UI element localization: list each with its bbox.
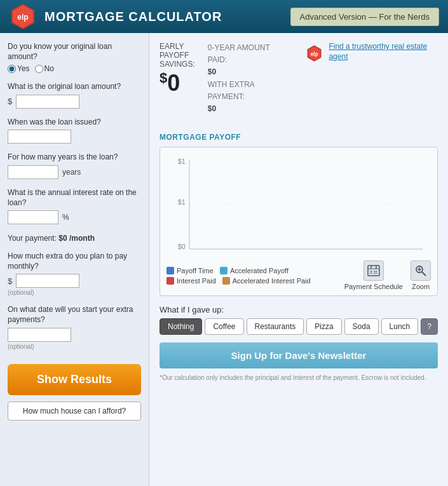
with-extra-row: WITH EXTRA PAYMENT: $0 (208, 79, 286, 116)
extra-payment-date-input[interactable] (8, 328, 71, 342)
q2-prefix: $ (8, 97, 12, 106)
whatif-restaurants-button[interactable]: Restaurants (247, 318, 304, 335)
whatif-label: What if I gave up: (160, 305, 438, 314)
sidebar: Do you know your original loan amount? Y… (0, 33, 149, 486)
whatif-buttons: Nothing Coffee Restaurants Pizza Soda Lu… (160, 318, 438, 335)
q1-label: Do you know your original loan amount? (8, 42, 141, 62)
newsletter-button[interactable]: Sign Up for Dave's Newsletter (160, 342, 438, 368)
savings-value: 0 (167, 70, 180, 96)
svg-text:$1: $1 (178, 158, 186, 165)
q1-radio-group: Yes No (8, 64, 141, 73)
elp-find-section: elp Find a trustworthy real estate agent (305, 42, 438, 64)
payment-schedule-label: Payment Schedule (344, 283, 403, 290)
savings-left: EARLY PAYOFF SAVINGS: $0 (160, 42, 195, 97)
q4-suffix: years (62, 168, 81, 177)
find-agent-link[interactable]: Find a trustworthy real estate agent (329, 42, 438, 62)
q8-group: On what date will you start your extra p… (8, 305, 141, 349)
whatif-help-button[interactable]: ? (421, 318, 438, 335)
interest-rate-input[interactable] (8, 210, 58, 224)
q7-optional: (optional) (8, 289, 141, 296)
afford-button[interactable]: How much house can I afford? (8, 402, 141, 421)
with-extra-value: $0 (208, 104, 216, 113)
payment-schedule-button[interactable]: Payment Schedule (344, 260, 403, 290)
svg-text:elp: elp (17, 13, 28, 22)
with-extra-label: WITH EXTRA PAYMENT: (208, 80, 254, 101)
q7-prefix: $ (8, 276, 12, 286)
savings-section: EARLY PAYOFF SAVINGS: $0 0-YEAR AMOUNT P… (160, 42, 438, 123)
payment-label: Your payment: $0 /month (8, 234, 95, 243)
q1-group: Do you know your original loan amount? Y… (8, 42, 141, 73)
q7-label: How much extra do you plan to pay monthl… (8, 252, 141, 271)
q4-group: For how many years is the loan? years (8, 152, 141, 179)
whatif-soda-button[interactable]: Soda (344, 318, 379, 335)
q1-no-label[interactable]: No (35, 64, 54, 73)
legend-label-accel-int: Accelerated Interest Paid (233, 277, 311, 285)
chart-area: $1 $1 $0 (166, 154, 431, 255)
svg-text:elp: elp (311, 51, 318, 57)
legend-label-accel: Accelerated Payoff (230, 267, 288, 274)
q5-group: What is the annual interest rate on the … (8, 188, 141, 224)
advanced-version-button[interactable]: Advanced Version — For the Nerds (290, 8, 440, 26)
q3-label: When was the loan issued? (8, 118, 141, 128)
disclaimer: *Our calculation only includes the princ… (160, 374, 438, 382)
payment-value: $0 /month (58, 234, 95, 243)
svg-text:$0: $0 (178, 243, 186, 250)
whatif-pizza-button[interactable]: Pizza (306, 318, 341, 335)
year-amount-row: 0-YEAR AMOUNT PAID: $0 (208, 42, 286, 79)
header: elp MORTGAGE CALCULATOR Advanced Version… (0, 0, 448, 33)
main-content: Do you know your original loan amount? Y… (0, 33, 448, 486)
q5-label: What is the annual interest rate on the … (8, 188, 141, 208)
extra-payment-input[interactable] (16, 274, 79, 288)
legend-dot-interest (166, 277, 174, 285)
q7-group: How much extra do you plan to pay monthl… (8, 252, 141, 296)
zoom-button[interactable]: Zoom (411, 260, 431, 290)
chart-container: $1 $1 $0 Payoff Time (160, 147, 438, 296)
q2-label: What is the original loan amount? (8, 82, 141, 92)
savings-amount: $0 (160, 70, 195, 97)
elp-logo: elp (9, 3, 37, 30)
legend-dot-payoff (166, 267, 174, 274)
legend-dot-accel-int (222, 277, 230, 285)
right-panel: EARLY PAYOFF SAVINGS: $0 0-YEAR AMOUNT P… (149, 33, 448, 486)
payoff-label: MORTGAGE PAYOFF (160, 133, 438, 142)
legend-accelerated-payoff: Accelerated Payoff (220, 267, 288, 274)
zoom-label: Zoom (412, 283, 430, 290)
svg-rect-13 (368, 266, 379, 276)
q2-row: $ (8, 95, 141, 109)
q8-label: On what date will you start your extra p… (8, 305, 141, 325)
legend-payoff-time: Payoff Time (166, 267, 214, 274)
savings-right: 0-YEAR AMOUNT PAID: $0 WITH EXTRA PAYMEN… (208, 42, 286, 115)
legend-label-payoff: Payoff Time (177, 267, 214, 274)
loan-amount-input[interactable] (16, 95, 79, 109)
legend-accel-interest: Accelerated Interest Paid (222, 277, 311, 285)
show-results-button[interactable]: Show Results (8, 364, 141, 395)
loan-issued-input[interactable] (8, 130, 71, 144)
q7-row: $ (8, 274, 141, 288)
q4-row: years (8, 165, 141, 179)
q2-group: What is the original loan amount? $ (8, 82, 141, 109)
whatif-lunch-button[interactable]: Lunch (381, 318, 419, 335)
q1-yes-label[interactable]: Yes (8, 64, 30, 73)
q3-group: When was the loan issued? (8, 118, 141, 144)
q1-no-radio[interactable] (35, 65, 43, 73)
page-title: MORTGAGE CALCULATOR (44, 10, 290, 24)
chart-controls: Payment Schedule Zoom (344, 260, 431, 290)
q8-optional: (optional) (8, 343, 141, 350)
loan-years-input[interactable] (8, 165, 58, 179)
savings-label: EARLY PAYOFF SAVINGS: (160, 42, 195, 69)
zoom-icon (411, 260, 431, 281)
q4-label: For how many years is the loan? (8, 152, 141, 163)
legend-interest-paid: Interest Paid (166, 277, 216, 285)
whatif-nothing-button[interactable]: Nothing (160, 318, 202, 335)
elp-mini-logo: elp (305, 43, 323, 64)
legend-label-interest: Interest Paid (177, 277, 216, 285)
whatif-coffee-button[interactable]: Coffee (205, 318, 243, 335)
q1-yes-radio[interactable] (8, 65, 16, 73)
year-amount-label: 0-YEAR AMOUNT PAID: (208, 43, 270, 64)
q5-row: % (8, 210, 141, 224)
payment-schedule-icon (363, 260, 384, 281)
year-amount-value: $0 (208, 67, 216, 76)
whatif-section: What if I gave up: Nothing Coffee Restau… (160, 305, 438, 335)
q5-suffix: % (62, 213, 69, 222)
svg-line-22 (422, 272, 426, 276)
